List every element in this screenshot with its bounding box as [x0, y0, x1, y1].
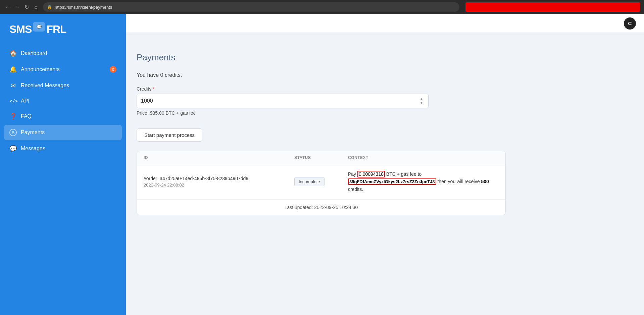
forward-button[interactable]: →	[13, 3, 21, 11]
credits-label: Credits *	[137, 86, 633, 92]
sidebar-label-payments: Payments	[21, 129, 45, 136]
page-title: Payments	[137, 52, 633, 63]
spinner-up[interactable]: ▲	[419, 97, 424, 101]
address-bar[interactable]: 🔒 https://sms.frl/client/payments	[43, 2, 459, 12]
btc-address: 39qFDfAmcZVyzIGkys2Lz7rsZ2ZnJpeTJ8	[348, 178, 436, 185]
sidebar-link-received-messages[interactable]: ✉ Received Messages	[4, 78, 122, 93]
status-badge: Incomplete	[294, 177, 325, 186]
context-pre: Pay	[348, 171, 357, 177]
refresh-button[interactable]: ↻	[23, 3, 30, 11]
credits-amount: 500	[481, 179, 489, 184]
logo-icon: 💬	[33, 22, 45, 32]
order-status-cell: Incomplete	[294, 177, 348, 186]
sidebar-label-announcements: Announcements	[21, 66, 60, 72]
start-payment-button[interactable]: Start payment process	[137, 128, 202, 142]
logo: SMS 💬 FRL	[0, 14, 126, 46]
main-content: Payments You have 0 credits. Credits * ▲…	[126, 28, 644, 315]
sidebar-link-dashboard[interactable]: 🏠 Dashboard	[4, 46, 122, 61]
app-container: SMS 💬 FRL 🏠 Dashboard 🔔 Announcements 0	[0, 14, 644, 315]
col-header-context: CONTEXT	[348, 155, 499, 160]
sidebar-nav: 🏠 Dashboard 🔔 Announcements 0 ✉ Received…	[0, 46, 126, 157]
logo-text-sms: SMS	[9, 24, 32, 35]
credits-input-wrapper: ▲ ▼	[137, 94, 429, 108]
orders-table: ID STATUS CONTEXT #order_a47d25a0-14ed-4…	[137, 151, 506, 215]
credits-info: You have 0 credits.	[137, 72, 633, 78]
sidebar-label-faq: FAQ	[21, 113, 32, 119]
home-icon: 🏠	[9, 50, 17, 57]
bell-icon: 🔔	[9, 66, 17, 73]
dollar-icon: $	[9, 129, 17, 136]
credits-input[interactable]	[141, 98, 419, 104]
order-context-cell: Pay 0.00094318 BTC + gas fee to 39qFDfAm…	[348, 170, 499, 193]
logo-text-frl: FRL	[46, 24, 66, 35]
sidebar-label-messages: Messages	[21, 146, 45, 152]
sidebar: SMS 💬 FRL 🏠 Dashboard 🔔 Announcements 0	[0, 14, 126, 315]
sidebar-label-dashboard: Dashboard	[21, 50, 47, 56]
sidebar-link-api[interactable]: </> API	[4, 94, 122, 108]
credits-form: Credits * ▲ ▼ Price: $35.00 BTC + gas fe…	[137, 86, 633, 116]
question-icon: ❓	[9, 113, 17, 120]
announcements-badge: 0	[110, 66, 116, 73]
message-icon: 💬	[9, 145, 17, 152]
spinner-down[interactable]: ▼	[419, 101, 424, 105]
red-banner	[465, 2, 640, 12]
back-button[interactable]: ←	[4, 3, 11, 11]
col-header-id: ID	[144, 155, 294, 160]
last-updated: Last updated: 2022-09-25 10:24:30	[137, 200, 505, 215]
table-header: ID STATUS CONTEXT	[137, 151, 505, 164]
order-date: 2022-09-24 22:08:02	[144, 182, 294, 188]
context-mid: BTC + gas fee to	[385, 171, 422, 177]
btc-amount: 0.00094318	[357, 171, 385, 177]
required-star: *	[153, 86, 154, 92]
spinner-buttons[interactable]: ▲ ▼	[419, 94, 424, 108]
sidebar-item-announcements[interactable]: 🔔 Announcements 0	[4, 62, 122, 77]
sidebar-link-payments[interactable]: $ Payments	[4, 125, 122, 140]
order-id-cell: #order_a47d25a0-14ed-495b-8f75-8239b4907…	[144, 176, 294, 188]
sidebar-link-announcements[interactable]: 🔔 Announcements 0	[4, 62, 122, 77]
context-post: then you will receive	[436, 179, 481, 184]
sidebar-link-messages[interactable]: 💬 Messages	[4, 141, 122, 156]
sidebar-item-received-messages[interactable]: ✉ Received Messages	[4, 78, 122, 93]
sidebar-label-received-messages: Received Messages	[21, 83, 69, 89]
price-text: Price: $35.00 BTC + gas fee	[137, 110, 633, 116]
user-avatar[interactable]: C	[624, 17, 636, 30]
url-text: https://sms.frl/client/payments	[55, 5, 455, 10]
sidebar-item-messages[interactable]: 💬 Messages	[4, 141, 122, 156]
browser-nav: ← → ↻ ⌂	[4, 3, 40, 11]
table-row: #order_a47d25a0-14ed-495b-8f75-8239b4907…	[137, 164, 505, 200]
sidebar-item-payments[interactable]: $ Payments	[4, 125, 122, 140]
browser-chrome: ← → ↻ ⌂ 🔒 https://sms.frl/client/payment…	[0, 0, 644, 14]
lock-icon: 🔒	[47, 5, 52, 9]
sidebar-link-faq[interactable]: ❓ FAQ	[4, 109, 122, 124]
col-header-status: STATUS	[294, 155, 348, 160]
sidebar-item-api[interactable]: </> API	[4, 94, 122, 108]
api-icon: </>	[9, 98, 17, 104]
home-button[interactable]: ⌂	[32, 3, 40, 11]
order-id: #order_a47d25a0-14ed-495b-8f75-8239b4907…	[144, 176, 294, 181]
sidebar-item-faq[interactable]: ❓ FAQ	[4, 109, 122, 124]
top-header: C	[126, 14, 644, 33]
sidebar-label-api: API	[21, 98, 30, 104]
sidebar-item-dashboard[interactable]: 🏠 Dashboard	[4, 46, 122, 61]
envelope-icon: ✉	[9, 82, 17, 89]
context-end: credits.	[348, 187, 363, 192]
